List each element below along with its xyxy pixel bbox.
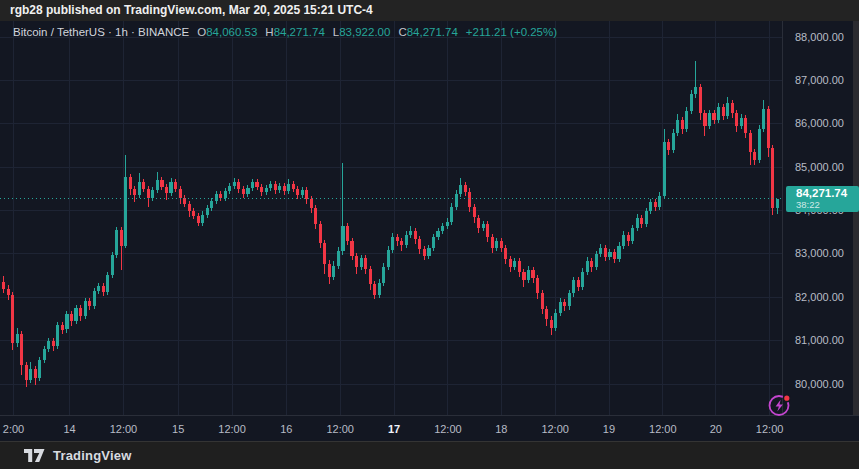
price-axis-label: 86,000.00	[795, 117, 844, 129]
price-tag: 84,271.74 38:22	[786, 186, 859, 212]
chart-plot-area[interactable]: Bitcoin / TetherUS · 1h · BINANCEO84,060…	[0, 21, 782, 415]
price-axis[interactable]: 84,271.74 38:22 88,000.0087,000.0086,000…	[782, 21, 859, 415]
tradingview-logo-icon[interactable]	[24, 449, 45, 463]
time-axis-label: 2:00	[3, 423, 24, 435]
price-axis-label: 88,000.00	[795, 31, 844, 43]
flash-alerts-button[interactable]	[766, 391, 794, 419]
time-axis-label: 12:00	[218, 423, 246, 435]
open-value: 84,060.53	[206, 26, 257, 38]
footer-bar: TradingView	[0, 441, 859, 469]
price-axis-label: 82,000.00	[795, 291, 844, 303]
chart-widget: Bitcoin / TetherUS · 1h · BINANCEO84,060…	[0, 21, 859, 441]
flash-icon	[766, 391, 794, 419]
high-value: 84,271.74	[274, 26, 325, 38]
time-axis-label: 18	[495, 423, 507, 435]
legend[interactable]: Bitcoin / TetherUS · 1h · BINANCEO84,060…	[13, 26, 557, 38]
time-axis-label: 15	[172, 423, 184, 435]
price-axis-label: 85,000.00	[795, 161, 844, 173]
publish-info-bar: rgb28 published on TradingView.com, Mar …	[0, 0, 859, 21]
window-edge-strip	[853, 21, 859, 415]
time-axis-label: 17	[388, 423, 400, 435]
time-axis-label: 12:00	[110, 423, 138, 435]
open-label: O	[197, 26, 206, 38]
time-axis-label: 19	[603, 423, 615, 435]
price-axis-label: 81,000.00	[795, 334, 844, 346]
publish-info-text: rgb28 published on TradingView.com, Mar …	[10, 3, 373, 17]
high-label: H	[265, 26, 273, 38]
price-tag-countdown: 38:22	[796, 200, 859, 210]
time-axis-label: 12:00	[756, 423, 784, 435]
time-axis-label: 20	[710, 423, 722, 435]
close-value: 84,271.74	[407, 26, 458, 38]
price-axis-label: 87,000.00	[795, 74, 844, 86]
symbol-title: Bitcoin / TetherUS · 1h · BINANCE	[13, 26, 189, 38]
close-label: C	[398, 26, 406, 38]
price-axis-label: 80,000.00	[795, 378, 844, 390]
notification-badge	[783, 395, 790, 402]
time-axis[interactable]: 2:001412:001512:001612:001712:001812:001…	[0, 415, 859, 441]
time-axis-label: 12:00	[649, 423, 677, 435]
low-value: 83,922.00	[339, 26, 390, 38]
change-value: +211.21 (+0.25%)	[466, 26, 557, 38]
tradingview-brand-link[interactable]: TradingView	[53, 448, 132, 463]
time-axis-label: 12:00	[434, 423, 462, 435]
time-axis-label: 14	[63, 423, 75, 435]
tradingview-screenshot: rgb28 published on TradingView.com, Mar …	[0, 0, 859, 469]
candlestick-canvas[interactable]	[0, 21, 782, 415]
price-axis-label: 83,000.00	[795, 247, 844, 259]
time-axis-label: 12:00	[326, 423, 354, 435]
time-axis-label: 16	[280, 423, 292, 435]
time-axis-label: 12:00	[541, 423, 569, 435]
